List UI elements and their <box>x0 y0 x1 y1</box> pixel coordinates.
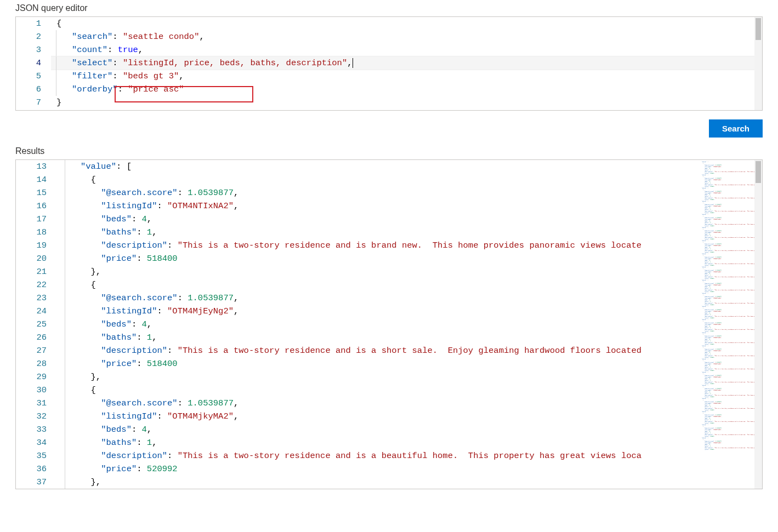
search-button[interactable]: Search <box>709 119 763 138</box>
results-section-label: Results <box>0 143 778 159</box>
query-gutter: 1234567 <box>16 17 51 110</box>
query-code[interactable]: { "search": "seattle condo", "count": tr… <box>51 17 762 110</box>
results-code[interactable]: "value": [ { "@search.score": 1.0539877,… <box>58 160 762 489</box>
results-gutter: 1314151617181920212223242526272829303132… <box>16 160 58 489</box>
editor-scrollbar[interactable] <box>754 17 762 110</box>
json-query-editor[interactable]: 1234567 { "search": "seattle condo", "co… <box>15 16 763 111</box>
editor-section-label: JSON query editor <box>0 0 778 16</box>
results-scrollbar[interactable] <box>754 160 762 489</box>
results-viewer[interactable]: 1314151617181920212223242526272829303132… <box>15 159 763 489</box>
results-minimap[interactable]: "value": [ { "@search.score": 1.0539877,… <box>700 161 754 489</box>
